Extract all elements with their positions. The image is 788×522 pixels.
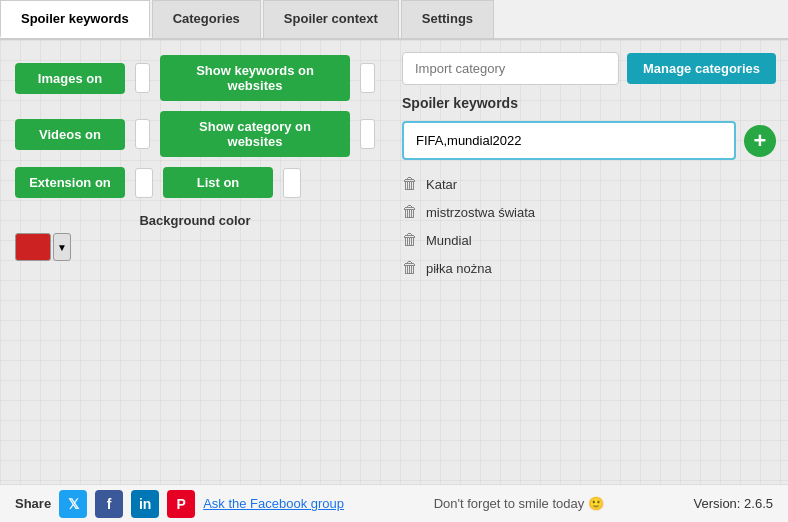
facebook-group-link[interactable]: Ask the Facebook group: [203, 496, 344, 511]
videos-indicator: [135, 119, 150, 149]
delete-keyword-button[interactable]: 🗑: [402, 203, 418, 221]
smile-text: Don't forget to smile today 🙂: [434, 496, 604, 511]
import-category-input[interactable]: [402, 52, 619, 85]
footer: Share 𝕏 f in P Ask the Facebook group Do…: [0, 484, 788, 522]
images-on-button[interactable]: Images on: [15, 63, 125, 94]
top-controls: Manage categories: [402, 52, 776, 85]
show-keywords-button[interactable]: Show keywords on websites: [160, 55, 350, 101]
keyword-input[interactable]: [402, 121, 736, 160]
spoiler-keywords-label: Spoiler keywords: [402, 95, 776, 111]
tab-spoiler-keywords[interactable]: Spoiler keywords: [0, 0, 150, 38]
show-keywords-indicator: [360, 63, 375, 93]
left-panel: Images on Show keywords on websites Vide…: [0, 40, 390, 484]
manage-categories-button[interactable]: Manage categories: [627, 53, 776, 84]
share-label: Share: [15, 496, 51, 511]
images-row: Images on Show keywords on websites: [15, 55, 375, 101]
keyword-item: 🗑Mundial: [402, 228, 776, 252]
keyword-item: 🗑piłka nożna: [402, 256, 776, 280]
keyword-text: Mundial: [426, 233, 472, 248]
color-box[interactable]: [15, 233, 51, 261]
videos-on-button[interactable]: Videos on: [15, 119, 125, 150]
version-label: Version: 2.6.5: [693, 496, 773, 511]
tab-categories[interactable]: Categories: [152, 0, 261, 38]
linkedin-icon[interactable]: in: [131, 490, 159, 518]
tab-spoiler-context[interactable]: Spoiler context: [263, 0, 399, 38]
list-on-button[interactable]: List on: [163, 167, 273, 198]
twitter-icon[interactable]: 𝕏: [59, 490, 87, 518]
footer-left: Share 𝕏 f in P Ask the Facebook group: [15, 490, 344, 518]
right-panel: Manage categories Spoiler keywords + 🗑Ka…: [390, 40, 788, 484]
bg-color-label: Background color: [15, 213, 375, 228]
keyword-text: Katar: [426, 177, 457, 192]
delete-keyword-button[interactable]: 🗑: [402, 231, 418, 249]
color-picker-row: ▼: [15, 233, 375, 261]
show-category-indicator: [360, 119, 375, 149]
keyword-text: mistrzostwa świata: [426, 205, 535, 220]
keyword-item: 🗑Katar: [402, 172, 776, 196]
keyword-input-row: +: [402, 121, 776, 160]
keyword-list: 🗑Katar🗑mistrzostwa świata🗑Mundial🗑piłka …: [402, 172, 776, 280]
tab-settings[interactable]: Settings: [401, 0, 494, 38]
tab-bar: Spoiler keywords Categories Spoiler cont…: [0, 0, 788, 40]
list-indicator: [283, 168, 301, 198]
delete-keyword-button[interactable]: 🗑: [402, 259, 418, 277]
keyword-item: 🗑mistrzostwa świata: [402, 200, 776, 224]
delete-keyword-button[interactable]: 🗑: [402, 175, 418, 193]
pinterest-icon[interactable]: P: [167, 490, 195, 518]
color-dropdown-arrow[interactable]: ▼: [53, 233, 71, 261]
extension-on-button[interactable]: Extension on: [15, 167, 125, 198]
keyword-text: piłka nożna: [426, 261, 492, 276]
add-keyword-button[interactable]: +: [744, 125, 776, 157]
extension-row: Extension on List on: [15, 167, 375, 198]
extension-indicator: [135, 168, 153, 198]
facebook-icon[interactable]: f: [95, 490, 123, 518]
show-category-button[interactable]: Show category on websites: [160, 111, 350, 157]
images-indicator: [135, 63, 150, 93]
videos-row: Videos on Show category on websites: [15, 111, 375, 157]
bg-color-section: Background color ▼: [15, 213, 375, 261]
main-content: Images on Show keywords on websites Vide…: [0, 40, 788, 484]
